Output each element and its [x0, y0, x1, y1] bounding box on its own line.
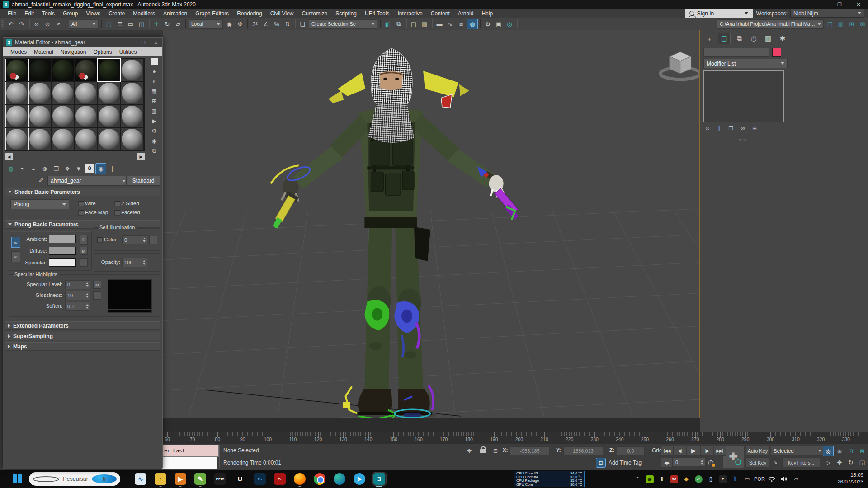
- material-slot[interactable]: [75, 128, 97, 150]
- photoshop-icon[interactable]: Ps: [253, 473, 267, 485]
- me-menu-options[interactable]: Options: [90, 49, 115, 55]
- self-illum-map-button[interactable]: [149, 236, 157, 244]
- backup-utility-icon[interactable]: ◔: [154, 473, 167, 485]
- rollout-maps[interactable]: Maps: [5, 342, 160, 351]
- filezilla-icon[interactable]: Fz: [273, 473, 287, 485]
- menu-help[interactable]: Help: [477, 9, 497, 18]
- firefox-icon[interactable]: [293, 473, 307, 485]
- named-selection-dropdown[interactable]: Create Selection Se: [309, 19, 377, 29]
- select-object-icon[interactable]: ▢: [104, 19, 114, 29]
- wire-checkbox[interactable]: [78, 201, 84, 206]
- material-slot[interactable]: [28, 59, 51, 81]
- menu-scripting[interactable]: Scripting: [331, 9, 361, 18]
- me-close-button[interactable]: ✕: [150, 38, 162, 47]
- zoom-extents-all-icon[interactable]: ⊠: [857, 446, 868, 456]
- put-material-to-scene-icon[interactable]: ◓: [17, 164, 27, 174]
- material-slot[interactable]: [75, 82, 97, 104]
- material-slot[interactable]: [52, 128, 74, 150]
- me-menu-modes[interactable]: Modes: [7, 49, 30, 55]
- new-key-settings-icon[interactable]: ∿: [770, 457, 780, 467]
- menu-group[interactable]: Group: [59, 9, 82, 18]
- soften-spinner[interactable]: 0,1: [65, 302, 90, 311]
- menu-civil-view[interactable]: Civil View: [266, 9, 298, 18]
- menu-animation[interactable]: Animation: [159, 9, 191, 18]
- material-slot[interactable]: [28, 128, 51, 150]
- remove-modifier-icon[interactable]: ⊗: [739, 125, 747, 131]
- layer-explorer-icon[interactable]: ▦: [420, 19, 429, 29]
- telegram-icon[interactable]: ➤: [353, 473, 366, 485]
- redo-icon[interactable]: ↷: [17, 19, 27, 29]
- lock-ambient-diffuse-button[interactable]: ∞: [11, 237, 20, 248]
- assign-material-to-selection-icon[interactable]: ◒: [28, 164, 38, 174]
- material-slot[interactable]: [121, 128, 143, 150]
- selection-set-dropdown[interactable]: Selected: [770, 446, 825, 456]
- start-button[interactable]: [13, 474, 22, 483]
- rollout-supersampling[interactable]: SuperSampling: [5, 332, 160, 340]
- material-slot[interactable]: [5, 82, 28, 104]
- angle-snap-icon[interactable]: ∠: [261, 19, 271, 29]
- percent-snap-icon[interactable]: %: [272, 19, 282, 29]
- isolate-selection-icon[interactable]: ✥: [465, 446, 474, 455]
- next-frame-button[interactable]: |▶: [701, 446, 713, 456]
- chrome-icon[interactable]: [313, 473, 326, 485]
- material-slot[interactable]: [121, 105, 143, 127]
- two-sided-checkbox[interactable]: [114, 201, 120, 206]
- key-mode-toggle[interactable]: ◀▶: [661, 457, 673, 468]
- media-player-icon[interactable]: ▶: [174, 473, 187, 485]
- modify-tab[interactable]: ◱: [718, 33, 731, 44]
- face-map-checkbox[interactable]: [78, 210, 84, 216]
- align-icon[interactable]: ⧉: [394, 19, 404, 29]
- make-unique-icon[interactable]: ❖: [62, 164, 72, 174]
- show-end-result-icon[interactable]: ∥: [108, 164, 118, 174]
- specular-level-map-button[interactable]: M: [93, 281, 101, 289]
- material-slot[interactable]: [52, 59, 74, 81]
- sign-in-button[interactable]: Sign In: [685, 9, 753, 18]
- export-scene-icon[interactable]: ▥: [836, 19, 846, 29]
- object-name-field[interactable]: [703, 48, 769, 57]
- material-editor-titlebar[interactable]: 3 Material Editor - ahmad_gear — ❐ ✕: [3, 38, 162, 47]
- reference-coordinate-dropdown[interactable]: Local: [189, 19, 223, 29]
- gold-tray-icon[interactable]: ◆: [681, 474, 692, 484]
- material-slot[interactable]: [98, 128, 120, 150]
- glossiness-map-button[interactable]: [93, 291, 101, 300]
- go-to-start-button[interactable]: |◀◀: [661, 446, 674, 456]
- menu-create[interactable]: Create: [104, 9, 129, 18]
- material-slot[interactable]: [75, 59, 97, 81]
- absolute-mode-icon[interactable]: ⊡: [491, 446, 500, 455]
- wifi-icon[interactable]: [766, 474, 777, 484]
- diffuse-map-button[interactable]: M: [80, 247, 88, 255]
- modifier-stack-list[interactable]: [703, 70, 784, 122]
- menu-arnold[interactable]: Arnold: [454, 9, 478, 18]
- select-and-move-icon[interactable]: ✛: [151, 19, 161, 29]
- menu-edit[interactable]: Edit: [20, 9, 38, 18]
- time-tag-icon[interactable]: ⊡: [596, 458, 606, 468]
- scene-explorer-icon[interactable]: ▤: [409, 19, 419, 29]
- make-material-copy-icon[interactable]: ❒: [51, 164, 61, 174]
- maximize-button[interactable]: ❐: [830, 0, 849, 9]
- pen-tablet-icon[interactable]: ▱: [791, 474, 802, 484]
- utilities-tab[interactable]: ✱: [777, 33, 788, 44]
- selection-filter-dropdown[interactable]: All: [69, 19, 99, 29]
- viewcube[interactable]: [660, 52, 699, 80]
- select-by-material-icon[interactable]: ◉: [150, 137, 159, 145]
- epic-games-icon[interactable]: EPIC: [213, 473, 227, 485]
- snaps-toggle-icon[interactable]: 3²: [250, 19, 260, 29]
- backlight-icon[interactable]: ◐: [150, 77, 159, 85]
- go-to-end-button[interactable]: ▶▶|: [713, 446, 726, 456]
- material-slot[interactable]: [5, 105, 28, 127]
- edit-named-selections-icon[interactable]: ❏: [297, 19, 307, 29]
- curve-editor-icon[interactable]: ∿: [445, 19, 455, 29]
- minimize-button[interactable]: –: [811, 0, 830, 9]
- show-shaded-in-viewport-icon[interactable]: ◉: [95, 163, 106, 174]
- material-slot-selected[interactable]: [98, 59, 120, 81]
- options-icon[interactable]: ⚙: [150, 127, 159, 135]
- object-color-swatch[interactable]: [772, 48, 781, 57]
- security-shield-icon[interactable]: ✓: [693, 474, 704, 484]
- touchpad-icon[interactable]: ▭: [742, 474, 753, 484]
- material-slot[interactable]: [121, 59, 143, 81]
- me-restore-button[interactable]: ❐: [137, 38, 150, 47]
- bluetooth-icon[interactable]: ᛒ: [730, 474, 741, 484]
- material-slot[interactable]: [98, 105, 120, 127]
- selection-lock-icon[interactable]: [480, 449, 486, 453]
- current-frame-field[interactable]: 0: [673, 457, 705, 467]
